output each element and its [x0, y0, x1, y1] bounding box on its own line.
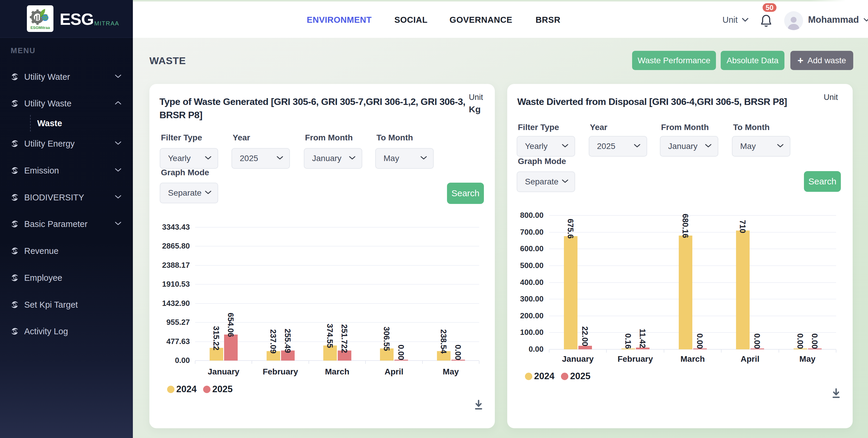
bar-value-label: 315.22 [212, 326, 220, 351]
x-axis-category-label: March [681, 354, 705, 364]
bar-value-label: 680.16 [681, 214, 689, 238]
bar-value-label: 306.55 [382, 327, 390, 351]
brand-suffix: MITRAA [94, 20, 119, 27]
bar-2025-january[interactable] [224, 334, 238, 360]
hands-circle-icon [11, 166, 19, 175]
x-axis-category-label: April [385, 367, 404, 377]
bar-value-label: 0.00 [753, 333, 761, 349]
sidebar-item-label: Set Kpi Target [24, 300, 78, 310]
x-axis-tick [309, 361, 309, 364]
chevron-down-icon [115, 222, 122, 226]
hands-circle-icon [11, 274, 19, 282]
bar-value-label: 0.00 [695, 333, 704, 349]
y-axis-tick-label: 200.00 [505, 311, 544, 320]
tab-environment[interactable]: ENVIRONMENT [307, 15, 372, 25]
sidebar-item-set-kpi-target[interactable]: Set Kpi Target [0, 296, 133, 314]
chevron-down-icon [115, 195, 122, 200]
submenu-dash-line [30, 115, 31, 132]
sidebar-item-utility-water[interactable]: Utility Water [0, 68, 133, 86]
sidebar-item-label: Employee [24, 273, 62, 283]
bar-value-label: 0.00 [796, 333, 804, 349]
sidebar-item-label: Activity Log [24, 327, 68, 336]
x-axis-tick [252, 361, 252, 364]
gridline [549, 265, 836, 266]
plus-icon: + [798, 55, 803, 66]
waste-performance-button[interactable]: Waste Performance [632, 51, 716, 70]
sidebar-item-utility-energy[interactable]: Utility Energy [0, 135, 133, 152]
hands-circle-icon [11, 220, 19, 228]
gridline [549, 332, 836, 333]
bell-icon [761, 14, 772, 28]
notifications-button[interactable] [761, 14, 771, 27]
sidebar-item-biodiversity[interactable]: BIODIVERSITY [0, 188, 133, 206]
main-content: WASTE Waste Performance Absolute Data + … [133, 38, 868, 438]
sidebar-item-label: Revenue [24, 246, 58, 256]
y-axis-tick-label: 1432.90 [151, 299, 190, 308]
sidebar-item-employee[interactable]: Employee [0, 269, 133, 287]
sidebar-item-emission[interactable]: Emission [0, 162, 133, 179]
sidebar-subitem-waste[interactable]: Waste [0, 114, 133, 132]
legend-item-2024[interactable]: 2024 [167, 384, 197, 395]
user-avatar[interactable] [784, 11, 803, 30]
app-logo[interactable]: ESGMitraa [27, 5, 54, 32]
bar-2024-april[interactable] [736, 231, 750, 349]
tab-brsr[interactable]: BRSR [535, 15, 560, 25]
bar-2024-january[interactable] [564, 236, 578, 349]
add-waste-label: Add waste [807, 56, 846, 65]
y-axis-tick-label: 800.00 [505, 211, 544, 220]
y-axis-tick-label: 100.00 [505, 328, 544, 337]
y-axis-tick-label: 955.27 [151, 318, 190, 327]
bar-value-label: 22.00 [581, 326, 589, 346]
sidebar-subitem-label: Waste [37, 118, 62, 128]
gridline [195, 303, 479, 304]
hands-circle-icon [11, 274, 19, 282]
bar-2024-march[interactable] [679, 236, 692, 349]
notification-badge[interactable]: 50 [763, 3, 776, 12]
chevron-down-icon [115, 141, 122, 145]
absolute-data-button[interactable]: Absolute Data [721, 51, 784, 70]
add-waste-button[interactable]: + Add waste [790, 51, 853, 70]
sidebar-item-basic-parameter[interactable]: Basic Parameter [0, 215, 133, 233]
legend-item-2025[interactable]: 2025 [203, 384, 232, 395]
sidebar-logo-band: ESGMitraa ESGMITRAA [0, 0, 133, 38]
user-avatar-icon [786, 16, 801, 30]
menu-section-label: MENU [11, 46, 36, 55]
x-axis-tick [195, 361, 195, 364]
sidebar-item-activity-log[interactable]: Activity Log [0, 322, 133, 340]
x-axis-tick [664, 350, 664, 353]
x-axis-tick [422, 361, 423, 364]
sidebar-item-utility-waste[interactable]: Utility Waste [0, 94, 133, 112]
gridline [549, 299, 836, 299]
tab-social[interactable]: SOCIAL [395, 15, 428, 25]
x-axis-category-label: March [325, 367, 349, 377]
x-axis-category-label: January [208, 367, 239, 377]
hands-circle-icon [11, 327, 19, 335]
gridline [195, 341, 479, 342]
unit-dropdown[interactable]: Unit [722, 15, 748, 25]
download-icon[interactable] [473, 399, 484, 410]
y-axis-tick-label: 2865.80 [151, 241, 190, 251]
tab-governance[interactable]: GOVERNANCE [450, 15, 513, 25]
legend-item-2025[interactable]: 2025 [561, 371, 590, 382]
legend-item-2024[interactable]: 2024 [525, 371, 554, 382]
legend-label: 2025 [212, 384, 232, 395]
y-axis-tick-label: 3343.43 [151, 223, 190, 232]
x-axis-category-label: February [618, 354, 653, 364]
sidebar-item-revenue[interactable]: Revenue [0, 242, 133, 260]
y-axis-tick-label: 0.00 [151, 356, 190, 365]
header: ENVIRONMENTSOCIALGOVERNANCEBRSR Unit 50 … [133, 1, 868, 38]
brand-main: ESG [60, 9, 94, 29]
y-axis-tick-label: 700.00 [505, 228, 544, 237]
chevron-down-icon [115, 74, 122, 80]
x-axis-tick [549, 350, 550, 353]
user-menu[interactable]: Mohammad [808, 14, 868, 25]
legend-label: 2024 [534, 371, 554, 382]
chevron-up-icon [115, 101, 122, 105]
download-icon[interactable] [831, 388, 842, 399]
brand: ESGMITRAA [60, 0, 119, 38]
page-title: WASTE [149, 55, 186, 66]
sidebar: ESGMitraa ESGMITRAA MENU Utility WaterUt… [0, 0, 133, 438]
chevron-down-icon [115, 141, 122, 146]
legend-dot [203, 386, 211, 393]
legend-label: 2024 [176, 384, 197, 395]
